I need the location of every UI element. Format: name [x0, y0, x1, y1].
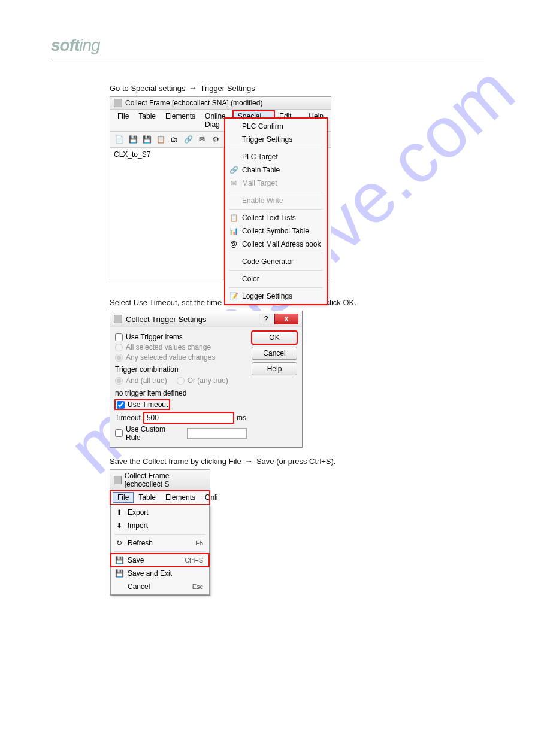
- menu-item-plc-confirm[interactable]: PLC Confirm: [225, 120, 327, 133]
- menu-item-export[interactable]: ⬆Export: [111, 506, 209, 519]
- and-radio: And (all true): [115, 377, 167, 385]
- menu-item-label: Save: [128, 556, 144, 564]
- menu-item-collect-text-lists[interactable]: 📋Collect Text Lists: [225, 211, 327, 224]
- menu-item-plc-target[interactable]: PLC Target: [225, 150, 327, 163]
- menu-item-label: Cancel: [128, 582, 150, 591]
- window-titlebar: Collect Frame [echocollect S: [110, 470, 210, 491]
- menu-item-refresh[interactable]: ↻RefreshF5: [111, 536, 209, 549]
- menu-shortcut: Ctrl+S: [185, 557, 203, 564]
- window-title: Collect Frame [echocollect S: [125, 472, 206, 488]
- menu-item-trigger-settings[interactable]: Trigger Settings: [225, 133, 327, 146]
- menu-shortcut: Esc: [192, 583, 203, 590]
- menu-item-label: Trigger Settings: [242, 135, 292, 144]
- file-dropdown: ⬆Export⬇Import↻RefreshF5💾SaveCtrl+S💾Save…: [110, 505, 210, 595]
- menu-item-code-generator[interactable]: Code Generator: [225, 255, 327, 268]
- timeout-label: Timeout: [115, 414, 141, 422]
- menu-item-chain-table[interactable]: 🔗Chain Table: [225, 163, 327, 177]
- list-item[interactable]: CLX_to_S7: [114, 150, 220, 159]
- menu-icon: [229, 135, 238, 144]
- menu-table[interactable]: Table: [134, 111, 161, 130]
- or-radio: Or (any true): [177, 377, 228, 385]
- cancel-button[interactable]: Cancel: [252, 347, 297, 360]
- menu-item-label: Code Generator: [242, 257, 294, 266]
- app-icon: [114, 99, 122, 107]
- menu-shortcut: F5: [195, 539, 203, 546]
- menu-item-label: Logger Settings: [242, 292, 292, 300]
- menu-item-logger-settings[interactable]: 📝Logger Settings: [225, 290, 327, 303]
- menu-icon: ⬇: [114, 521, 124, 530]
- instruction-3: Save the Collect frame by clicking File …: [110, 456, 484, 466]
- custom-rule-input[interactable]: [187, 428, 247, 439]
- menu-item-collect-mail-adress-book[interactable]: @Collect Mail Adress book: [225, 238, 327, 251]
- menu-item-label: PLC Confirm: [242, 122, 283, 130]
- menu-item-save[interactable]: 💾SaveCtrl+S: [111, 554, 209, 567]
- timeout-input[interactable]: [144, 412, 234, 423]
- menu-icon: [229, 257, 238, 266]
- close-button[interactable]: X: [274, 314, 298, 324]
- left-pane: CLX_to_S7: [110, 148, 224, 280]
- window-title: Collect Frame [echocollect SNA] (modifie…: [125, 99, 262, 107]
- trigger-combination-label: Trigger combination: [115, 365, 247, 374]
- menu-item-mail-target: ✉Mail Target: [225, 177, 327, 190]
- timeout-unit: ms: [237, 414, 246, 422]
- menu-item-label: Collect Symbol Table: [242, 227, 309, 235]
- menu-icon: [229, 196, 238, 205]
- toolbar-icon[interactable]: 🗂: [168, 133, 180, 145]
- toolbar-icon[interactable]: ✉: [196, 133, 208, 145]
- menu-item-label: Collect Mail Adress book: [242, 240, 321, 248]
- toolbar-icon[interactable]: 📄: [113, 133, 125, 145]
- menu-file[interactable]: File: [113, 492, 134, 503]
- menu-item-label: Chain Table: [242, 166, 280, 174]
- special-settings-dropdown: PLC ConfirmTrigger SettingsPLC Target🔗Ch…: [225, 118, 327, 305]
- menu-icon: 📋: [229, 213, 238, 223]
- menu-icon: [114, 582, 124, 591]
- app-icon: [114, 476, 122, 484]
- trigger-settings-dialog: Collect Trigger Settings ? X Use Trigger…: [110, 311, 303, 448]
- menu-icon: [229, 152, 238, 162]
- arrow-icon: →: [189, 83, 197, 93]
- menu-icon: 💾: [114, 555, 124, 565]
- menu-item-label: Refresh: [128, 539, 153, 547]
- ok-button[interactable]: OK: [252, 331, 297, 344]
- no-trigger-text: no trigger item defined: [115, 389, 247, 397]
- menubar: File Table Elements Onli: [110, 491, 210, 505]
- use-trigger-items-checkbox[interactable]: Use Trigger Items: [115, 333, 247, 341]
- menu-online[interactable]: Onli: [200, 492, 222, 503]
- any-selected-radio: Any selected value changes: [115, 353, 247, 362]
- toolbar-icon[interactable]: 💾: [141, 133, 153, 145]
- menu-file[interactable]: File: [113, 111, 134, 130]
- menu-icon: ⬆: [114, 508, 124, 517]
- menu-item-cancel[interactable]: CancelEsc: [111, 580, 209, 593]
- page-header: softing: [51, 36, 484, 59]
- arrow-icon: →: [244, 456, 253, 466]
- toolbar-icon[interactable]: 💾: [127, 133, 139, 145]
- menu-elements[interactable]: Elements: [161, 492, 200, 503]
- app-icon: [114, 315, 122, 323]
- menu-icon: @: [229, 239, 238, 249]
- toolbar-icon[interactable]: ⚙: [210, 133, 222, 145]
- menu-item-label: Mail Target: [242, 179, 277, 187]
- menu-table[interactable]: Table: [134, 492, 161, 503]
- use-custom-rule-checkbox[interactable]: Use Custom Rule: [115, 425, 247, 442]
- menu-icon: 💾: [114, 569, 124, 578]
- menu-item-color[interactable]: Color: [225, 272, 327, 286]
- menu-item-collect-symbol-table[interactable]: 📊Collect Symbol Table: [225, 224, 327, 238]
- menu-icon: 📝: [229, 292, 238, 301]
- menu-icon: [229, 122, 238, 131]
- menu-icon: 📊: [229, 226, 238, 236]
- menu-elements[interactable]: Elements: [161, 111, 200, 130]
- menu-item-import[interactable]: ⬇Import: [111, 519, 209, 532]
- menu-item-save-and-exit[interactable]: 💾Save and Exit: [111, 567, 209, 580]
- help-title-button[interactable]: ?: [259, 314, 273, 324]
- help-button[interactable]: Help: [252, 362, 297, 375]
- all-selected-radio: All selected values change: [115, 343, 247, 351]
- use-timeout-checkbox[interactable]: Use Timeout: [117, 400, 168, 409]
- brand-logo: softing: [51, 36, 100, 54]
- menu-icon: ✉: [229, 178, 238, 188]
- menu-icon: [229, 274, 238, 284]
- toolbar-icon[interactable]: 📋: [155, 133, 167, 145]
- collect-frame-window-2: Collect Frame [echocollect S File Table …: [110, 469, 210, 596]
- toolbar-icon[interactable]: 🔗: [182, 133, 194, 145]
- menu-icon: ↻: [114, 538, 124, 548]
- window-titlebar: Collect Frame [echocollect SNA] (modifie…: [110, 97, 331, 110]
